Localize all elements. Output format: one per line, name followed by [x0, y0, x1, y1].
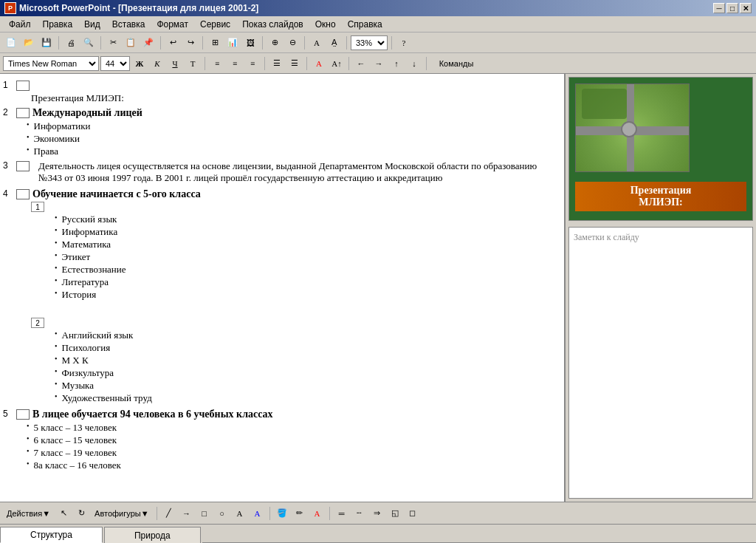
dash-style-tool[interactable]: ╌ — [351, 505, 368, 522]
print-button[interactable]: 🖨 — [63, 35, 79, 51]
insert-chart-button[interactable]: 📊 — [224, 35, 241, 51]
help-button[interactable]: ? — [396, 35, 412, 51]
shadow-style-tool[interactable]: ◱ — [387, 505, 403, 522]
slide4-sub2-bullet3: • М Х К — [31, 355, 561, 366]
slide2-bullet3: • Права — [3, 146, 561, 157]
format-button[interactable]: A — [309, 35, 325, 51]
move-up-button[interactable]: ↑ — [388, 55, 405, 72]
menu-slideshow[interactable]: Показ слайдов — [236, 18, 309, 31]
drawing-toolbar: Действия ▼ ↖ ↻ Автофигуры ▼ ╱ → □ ○ A A … — [0, 502, 756, 524]
menu-format[interactable]: Формат — [151, 18, 194, 31]
arrow-tool[interactable]: → — [179, 505, 195, 522]
zoom-combo[interactable]: 33% 50% 75% 100% — [351, 35, 388, 50]
sep5 — [262, 36, 263, 49]
new-button[interactable]: 📄 — [3, 35, 19, 51]
sep4 — [202, 36, 203, 49]
expand-all-button[interactable]: ⊕ — [267, 35, 283, 51]
shadow-button[interactable]: A̤ — [326, 35, 343, 51]
arrow-style-tool[interactable]: ⇒ — [369, 505, 385, 522]
font-size-selector[interactable]: 44 36 24 18 — [100, 56, 130, 71]
align-center-button[interactable]: ≡ — [227, 55, 243, 72]
undo-button[interactable]: ↩ — [165, 35, 181, 51]
sep6 — [304, 36, 305, 49]
menu-window[interactable]: Окно — [309, 18, 342, 31]
3d-style-tool[interactable]: ◻ — [405, 505, 421, 522]
font-color-button[interactable]: A — [311, 55, 327, 72]
align-left-button[interactable]: ≡ — [209, 55, 225, 72]
tab-structure[interactable]: Структура — [0, 527, 103, 543]
numbered-list-button[interactable]: ☰ — [286, 55, 303, 72]
app-icon: P — [4, 2, 16, 14]
menu-file[interactable]: Файл — [3, 18, 37, 31]
commands-dropdown[interactable]: Команды — [430, 55, 482, 72]
sep1 — [58, 36, 59, 49]
increase-font-button[interactable]: A↑ — [329, 55, 345, 72]
wordart-tool[interactable]: A — [250, 505, 266, 522]
promote-button[interactable]: ← — [353, 55, 369, 72]
line-tool[interactable]: ╱ — [161, 505, 177, 522]
slide4-sub1-bullet5: • Естествознание — [31, 264, 561, 276]
notes-panel[interactable]: Заметки к слайду — [568, 227, 753, 499]
select-tool[interactable]: ↖ — [55, 505, 72, 522]
font-selector[interactable]: Times New Roman Arial — [3, 56, 99, 71]
draw-sep3 — [329, 507, 330, 520]
slide5-icon — [16, 409, 30, 420]
font-color-tool[interactable]: A — [309, 505, 326, 522]
slide5-bullet4: • 8а класс – 16 человек — [3, 460, 561, 471]
collapse-all-button[interactable]: ⊖ — [284, 35, 300, 51]
autoshapes-dropdown[interactable]: Автофигуры ▼ — [91, 505, 152, 522]
sep13 — [426, 57, 427, 70]
slide2-num: 2 — [3, 107, 16, 117]
insert-table-button[interactable]: ⊞ — [207, 35, 223, 51]
slide4-item: 4 Обучение начинается с 5-ого класса — [3, 188, 561, 200]
open-button[interactable]: 📂 — [21, 35, 37, 51]
align-right-button[interactable]: ≡ — [244, 55, 261, 72]
line-color-tool[interactable]: ✏ — [292, 505, 308, 522]
minimize-button[interactable]: ─ — [713, 3, 725, 13]
demote-button[interactable]: → — [371, 55, 387, 72]
tab-nature[interactable]: Природа — [104, 527, 201, 543]
shadow-text-button[interactable]: Т — [185, 55, 201, 72]
save-button[interactable]: 💾 — [38, 35, 55, 51]
bold-button[interactable]: Ж — [131, 55, 148, 72]
menu-insert[interactable]: Вставка — [106, 18, 151, 31]
ellipse-tool[interactable]: ○ — [214, 505, 230, 522]
tab-bar: Структура Природа — [0, 524, 756, 543]
underline-button[interactable]: Ч — [167, 55, 183, 72]
redo-button[interactable]: ↪ — [182, 35, 199, 51]
sep11 — [306, 57, 307, 70]
sep9 — [205, 57, 205, 70]
cut-button[interactable]: ✂ — [105, 35, 121, 51]
sep7 — [346, 36, 347, 49]
sep12 — [348, 57, 349, 70]
close-button[interactable]: ✕ — [740, 3, 752, 13]
textbox-tool[interactable]: A — [232, 505, 248, 522]
rect-tool[interactable]: □ — [196, 505, 213, 522]
copy-button[interactable]: 📋 — [123, 35, 139, 51]
slide2-bullet1: • Информатики — [3, 120, 561, 132]
menu-help[interactable]: Справка — [342, 18, 388, 31]
line-style-tool[interactable]: ═ — [334, 505, 350, 522]
actions-dropdown[interactable]: Действия ▼ — [3, 505, 54, 522]
slide5-bullet1: • 5 класс – 13 человек — [3, 422, 561, 434]
window-title: Microsoft PowerPoint - [Презентация для … — [19, 3, 713, 13]
paste-button[interactable]: 📌 — [140, 35, 157, 51]
outline-panel[interactable]: 1 Презентация МЛИЭП: 2 Международный лиц… — [0, 74, 566, 502]
insert-clip-button[interactable]: 🖼 — [242, 35, 258, 51]
slide5-item: 5 В лицее обучается 94 человека в 6 учеб… — [3, 409, 561, 420]
italic-button[interactable]: К — [149, 55, 165, 72]
menu-view[interactable]: Вид — [78, 18, 106, 31]
window-controls[interactable]: ─ □ ✕ — [713, 3, 752, 13]
fill-color-tool[interactable]: 🪣 — [274, 505, 290, 522]
maximize-button[interactable]: □ — [726, 3, 738, 13]
rotate-tool[interactable]: ↻ — [73, 505, 89, 522]
slide5-num: 5 — [3, 409, 16, 419]
menu-edit[interactable]: Правка — [37, 18, 79, 31]
preview-button[interactable]: 🔍 — [80, 35, 97, 51]
bullet-list-button[interactable]: ☰ — [269, 55, 285, 72]
slide4-sub2-icon: 2 — [31, 318, 44, 328]
move-down-button[interactable]: ↓ — [406, 55, 422, 72]
slide4-sub1-bullet6: • Литература — [31, 276, 561, 288]
slide2-heading: Международный лицей — [32, 107, 142, 119]
menu-tools[interactable]: Сервис — [194, 18, 236, 31]
